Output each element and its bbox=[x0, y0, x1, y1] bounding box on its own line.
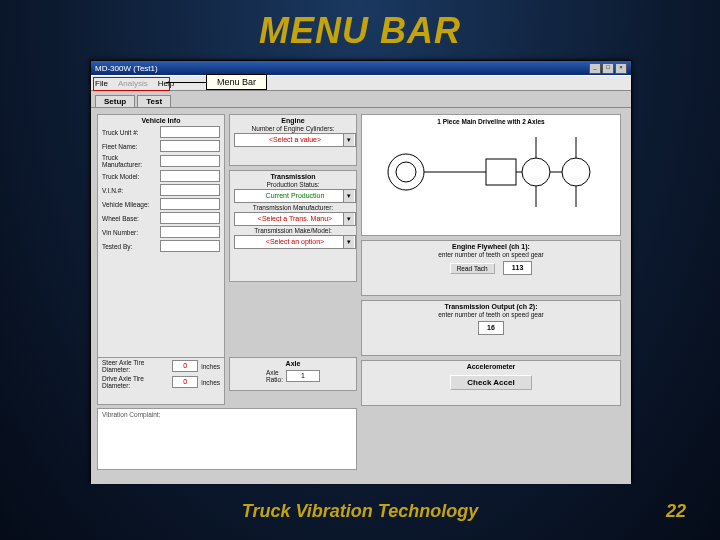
sel-cyl[interactable]: <Select a value> bbox=[234, 133, 356, 147]
val-steer-dia[interactable]: 0 bbox=[172, 360, 198, 372]
application-window: MD-300W (Test1) _ □ × File Analysis Help… bbox=[90, 60, 632, 482]
lbl-vin-number: Vin Number: bbox=[102, 229, 157, 236]
unit-drive: inches bbox=[201, 379, 220, 386]
lbl-mileage: Vehicle Mileage: bbox=[102, 201, 157, 208]
lbl-model: Truck Model: bbox=[102, 173, 157, 180]
val-drive-dia[interactable]: 0 bbox=[172, 376, 198, 388]
val-tout-teeth[interactable]: 16 bbox=[478, 321, 504, 335]
flywheel-title: Engine Flywheel (ch 1): bbox=[362, 241, 620, 251]
inp-mileage[interactable] bbox=[160, 198, 220, 210]
flywheel-hint: enter number of teeth on speed gear bbox=[362, 251, 620, 258]
lbl-vin: V.I.N.#: bbox=[102, 187, 157, 194]
inp-tested-by[interactable] bbox=[160, 240, 220, 252]
driveline-diagram-icon bbox=[376, 127, 606, 217]
diagram-title: 1 Piece Main Driveline with 2 Axles bbox=[362, 115, 620, 125]
svg-point-8 bbox=[562, 158, 590, 186]
unit-steer: inches bbox=[201, 363, 220, 370]
menubar: File Analysis Help Menu Bar bbox=[91, 75, 631, 91]
svg-point-4 bbox=[522, 158, 550, 186]
menu-analysis[interactable]: Analysis bbox=[118, 79, 148, 88]
panel-trans-output: Transmission Output (ch 2): enter number… bbox=[361, 300, 621, 356]
slide-title: MENU BAR bbox=[0, 10, 720, 52]
menu-file[interactable]: File bbox=[95, 79, 108, 88]
menu-help[interactable]: Help bbox=[158, 79, 174, 88]
maximize-icon[interactable]: □ bbox=[602, 63, 614, 74]
val-flywheel-teeth[interactable]: 113 bbox=[503, 261, 533, 275]
btn-read-tach[interactable]: Read Tach bbox=[450, 263, 495, 274]
lbl-cyl: Number of Engine Cylinders: bbox=[230, 125, 356, 132]
lbl-manufacturer: Truck Manufacturer: bbox=[102, 154, 157, 168]
callout-leader-line bbox=[166, 82, 208, 83]
lbl-tested-by: Tested By: bbox=[102, 243, 157, 250]
inp-model[interactable] bbox=[160, 170, 220, 182]
panel-engine: Engine Number of Engine Cylinders: <Sele… bbox=[229, 114, 357, 166]
inp-fleet-name[interactable] bbox=[160, 140, 220, 152]
sel-tmanu[interactable]: <Select a Trans. Manu> bbox=[234, 212, 356, 226]
svg-rect-3 bbox=[486, 159, 516, 185]
tout-title: Transmission Output (ch 2): bbox=[362, 301, 620, 311]
inp-wheelbase[interactable] bbox=[160, 212, 220, 224]
engine-title: Engine bbox=[230, 115, 356, 125]
lbl-fleet-name: Fleet Name: bbox=[102, 143, 157, 150]
svg-point-0 bbox=[388, 154, 424, 190]
lbl-prod: Production Status: bbox=[230, 181, 356, 188]
panel-diagram: 1 Piece Main Driveline with 2 Axles bbox=[361, 114, 621, 236]
lbl-wheelbase: Wheel Base: bbox=[102, 215, 157, 222]
window-controls: _ □ × bbox=[589, 63, 627, 74]
axle-title: Axle bbox=[230, 358, 356, 368]
panel-complaint[interactable]: Vibration Complaint: bbox=[97, 408, 357, 470]
panel-axle: Axle Axle Ratio: 1 bbox=[229, 357, 357, 391]
inp-vin[interactable] bbox=[160, 184, 220, 196]
sel-tmake[interactable]: <Select an option> bbox=[234, 235, 356, 249]
minimize-icon[interactable]: _ bbox=[589, 63, 601, 74]
vehicle-title: Vehicle Info bbox=[98, 115, 224, 125]
tab-test[interactable]: Test bbox=[137, 95, 171, 107]
close-icon[interactable]: × bbox=[615, 63, 627, 74]
callout-label: Menu Bar bbox=[206, 74, 267, 90]
panel-transmission: Transmission Production Status: Current … bbox=[229, 170, 357, 282]
panel-flywheel: Engine Flywheel (ch 1): enter number of … bbox=[361, 240, 621, 296]
tabbar: Setup Test bbox=[91, 91, 631, 108]
trans-title: Transmission bbox=[230, 171, 356, 181]
btn-check-accel[interactable]: Check Accel bbox=[450, 375, 531, 390]
lbl-tmanu: Transmission Manufacturer: bbox=[230, 204, 356, 211]
complaint-label: Vibration Complaint: bbox=[98, 409, 356, 420]
window-title: MD-300W (Test1) bbox=[95, 64, 158, 73]
svg-point-1 bbox=[396, 162, 416, 182]
tab-setup[interactable]: Setup bbox=[95, 95, 135, 107]
lbl-truck-unit: Truck Unit #: bbox=[102, 129, 157, 136]
inp-truck-unit[interactable] bbox=[160, 126, 220, 138]
titlebar[interactable]: MD-300W (Test1) _ □ × bbox=[91, 61, 631, 75]
lbl-tmake: Transmission Make/Model: bbox=[230, 227, 356, 234]
sel-prod[interactable]: Current Production bbox=[234, 189, 356, 203]
footer-text: Truck Vibration Technology bbox=[0, 501, 720, 522]
panel-tires: Steer Axle Tire Diameter: 0 inches Drive… bbox=[97, 357, 225, 405]
inp-manufacturer[interactable] bbox=[160, 155, 220, 167]
panel-accel: Accelerometer Check Accel bbox=[361, 360, 621, 406]
accel-title: Accelerometer bbox=[362, 361, 620, 371]
tout-hint: enter number of teeth on speed gear bbox=[362, 311, 620, 318]
lbl-ratio: Axle Ratio: bbox=[266, 369, 283, 383]
lbl-steer-dia: Steer Axle Tire Diameter: bbox=[102, 359, 169, 373]
val-ratio[interactable]: 1 bbox=[286, 370, 320, 382]
lbl-drive-dia: Drive Axle Tire Diameter: bbox=[102, 375, 169, 389]
inp-vin-number[interactable] bbox=[160, 226, 220, 238]
page-number: 22 bbox=[666, 501, 686, 522]
work-area: Vehicle Info Truck Unit #: Fleet Name: T… bbox=[91, 108, 631, 484]
panel-vehicle-info: Vehicle Info Truck Unit #: Fleet Name: T… bbox=[97, 114, 225, 376]
